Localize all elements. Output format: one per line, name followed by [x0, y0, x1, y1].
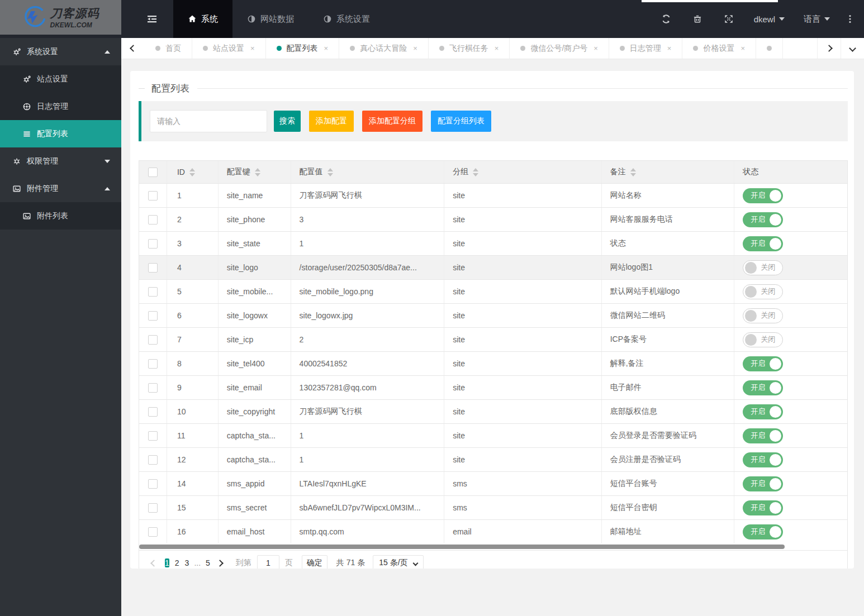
search-button[interactable]: 搜索	[274, 111, 301, 132]
page-button-5[interactable]: 5	[206, 558, 210, 567]
row-checkbox[interactable]	[148, 455, 158, 465]
tab-close-icon[interactable]: ×	[594, 44, 598, 52]
page-button-3[interactable]: 3	[185, 558, 189, 567]
tab-partial[interactable]	[756, 38, 783, 59]
status-toggle[interactable]: 开启	[743, 524, 783, 539]
add-config-button[interactable]: 添加配置	[309, 111, 354, 132]
shrink-menu-icon[interactable]	[146, 13, 158, 25]
tab-配置列表[interactable]: 配置列表×	[266, 38, 340, 59]
row-checkbox[interactable]	[148, 407, 158, 417]
row-checkbox[interactable]	[148, 287, 158, 297]
page-size-select[interactable]: 15 条/页	[373, 555, 423, 569]
tab-站点设置[interactable]: 站点设置×	[192, 38, 266, 59]
row-checkbox[interactable]	[148, 431, 158, 441]
tab-日志管理[interactable]: 日志管理×	[609, 38, 683, 59]
cell-value: sbA6wnefJLD7pv7WipcxL0M3IM...	[291, 496, 445, 519]
top-nav-item-0[interactable]: 系统	[173, 0, 232, 38]
sidebar-item-附件列表[interactable]: 附件列表	[0, 202, 121, 230]
search-input[interactable]	[150, 110, 267, 132]
sidebar-group-2[interactable]: 附件管理	[0, 175, 121, 202]
tabs-scroll-right-button[interactable]	[817, 38, 841, 59]
refresh-icon[interactable]	[661, 14, 671, 24]
scrollbar-thumb[interactable]	[139, 545, 785, 549]
page-button-1[interactable]: 1	[165, 558, 169, 567]
row-checkbox[interactable]	[148, 311, 158, 321]
tab-价格设置[interactable]: 价格设置×	[682, 38, 756, 59]
row-checkbox[interactable]	[148, 359, 158, 369]
cell-id: 1	[167, 184, 219, 207]
trash-icon[interactable]	[692, 14, 702, 24]
sidebar-item-配置列表[interactable]: 配置列表	[0, 120, 121, 147]
page-button-2[interactable]: 2	[175, 558, 179, 567]
sort-icon[interactable]	[189, 168, 195, 176]
status-toggle[interactable]: 关闭	[743, 284, 783, 299]
status-toggle[interactable]: 开启	[743, 404, 783, 419]
status-toggle[interactable]: 开启	[743, 212, 783, 227]
tab-label: 首页	[165, 44, 181, 54]
sidebar-group-0[interactable]: 系统设置	[0, 38, 121, 65]
tab-dot	[693, 46, 698, 51]
tab-首页[interactable]: 首页	[145, 38, 192, 59]
table-header: ID配置键配置值分组备注状态	[139, 161, 847, 183]
row-checkbox[interactable]	[148, 383, 158, 393]
top-nav-item-2[interactable]: 系统设置	[308, 0, 384, 38]
tab-微信公号/商户号[interactable]: 微信公号/商户号×	[510, 38, 609, 59]
row-checkbox[interactable]	[148, 239, 158, 249]
cell-status: 开启	[734, 208, 847, 231]
row-checkbox[interactable]	[148, 335, 158, 345]
row-checkbox[interactable]	[148, 215, 158, 225]
next-page-button[interactable]	[217, 558, 222, 567]
select-all-checkbox[interactable]	[148, 168, 158, 177]
sort-icon[interactable]	[630, 168, 636, 176]
status-toggle[interactable]: 开启	[743, 500, 783, 515]
sort-icon[interactable]	[327, 168, 333, 176]
user-menu[interactable]: dkewl	[754, 15, 785, 24]
more-vertical-icon[interactable]	[845, 14, 855, 24]
table-row: 5site_mobile...site_mobile_logo.pngsite默…	[139, 279, 847, 303]
tab-close-icon[interactable]: ×	[324, 44, 329, 52]
tab-飞行棋任务[interactable]: 飞行棋任务×	[429, 38, 510, 59]
tab-真心话大冒险[interactable]: 真心话大冒险×	[339, 38, 429, 59]
toggle-knob	[770, 406, 781, 418]
tab-close-icon[interactable]: ×	[667, 44, 672, 52]
status-toggle[interactable]: 关闭	[743, 332, 783, 347]
top-nav-item-1[interactable]: 网站数据	[232, 0, 308, 38]
row-checkbox[interactable]	[148, 263, 158, 273]
app-logo[interactable]: 刀客源码 DKEWL.COM	[0, 0, 121, 35]
status-toggle[interactable]: 开启	[743, 380, 783, 395]
row-checkbox[interactable]	[148, 479, 158, 489]
tab-close-icon[interactable]: ×	[740, 44, 745, 52]
status-toggle[interactable]: 关闭	[743, 260, 783, 275]
goto-page-input[interactable]	[257, 555, 279, 569]
status-toggle[interactable]: 开启	[743, 236, 783, 251]
tab-close-icon[interactable]: ×	[250, 44, 255, 52]
tabs-scroll-left-button[interactable]	[121, 38, 145, 59]
status-toggle[interactable]: 关闭	[743, 308, 783, 323]
row-checkbox[interactable]	[148, 191, 158, 200]
tab-label: 价格设置	[703, 44, 734, 54]
tabs-menu-button[interactable]	[841, 38, 864, 59]
toggle-knob	[745, 262, 757, 274]
row-checkbox[interactable]	[148, 527, 158, 537]
tab-close-icon[interactable]: ×	[413, 44, 417, 52]
sidebar-item-日志管理[interactable]: 日志管理	[0, 93, 121, 120]
sort-icon[interactable]	[473, 168, 478, 176]
status-toggle[interactable]: 开启	[743, 452, 783, 467]
fullscreen-icon[interactable]	[724, 14, 734, 24]
sidebar-item-站点设置[interactable]: 站点设置	[0, 65, 121, 93]
status-toggle[interactable]: 开启	[743, 356, 783, 371]
sort-icon[interactable]	[255, 168, 260, 176]
toggle-knob	[770, 502, 781, 514]
status-toggle[interactable]: 开启	[743, 428, 783, 443]
language-menu[interactable]: 语言	[804, 14, 830, 25]
row-checkbox[interactable]	[148, 503, 158, 513]
tab-close-icon[interactable]: ×	[495, 44, 499, 52]
language-label: 语言	[804, 14, 820, 25]
sidebar-group-1[interactable]: 权限管理	[0, 147, 121, 175]
prev-page-button[interactable]	[151, 558, 156, 567]
config-group-list-button[interactable]: 配置分组列表	[431, 111, 491, 132]
status-toggle[interactable]: 开启	[743, 476, 783, 491]
goto-confirm-button[interactable]: 确定	[302, 555, 327, 569]
status-toggle[interactable]: 开启	[743, 188, 783, 203]
add-config-group-button[interactable]: 添加配置分组	[362, 111, 422, 132]
